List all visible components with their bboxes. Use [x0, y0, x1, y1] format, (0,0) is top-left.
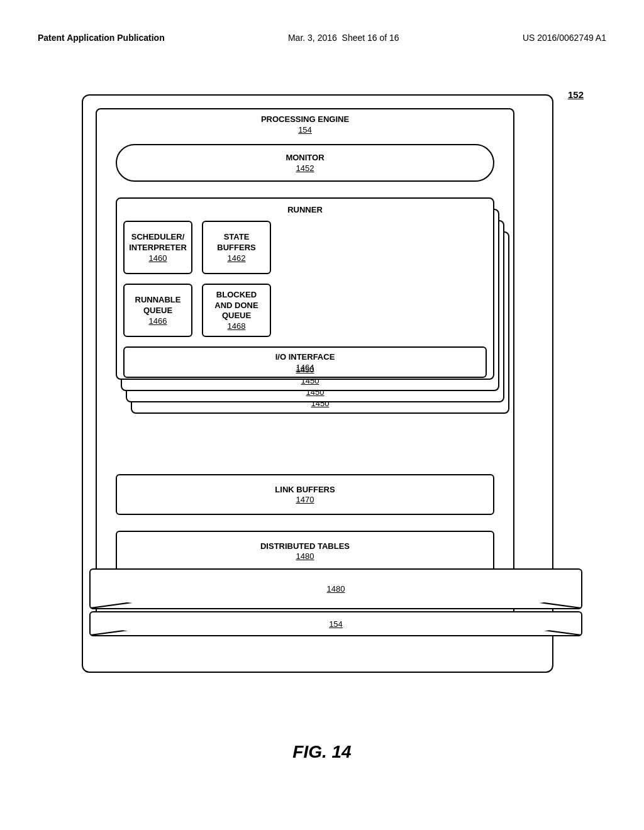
- outer-152-box: 152 PROCESSING ENGINE 154 MONITOR 1452: [82, 94, 553, 673]
- processing-engine-text: PROCESSING ENGINE: [97, 114, 513, 125]
- runner-stack: 1450 1450 1450: [116, 197, 494, 455]
- dist-tables-box-2: 1480: [89, 568, 582, 609]
- runnable-queue-label: RUNNABLEQUEUE: [135, 295, 181, 316]
- dist-tables-ref: 1480: [296, 551, 314, 561]
- diagram: 152 PROCESSING ENGINE 154 MONITOR 1452: [75, 94, 553, 698]
- bottom-154-box: 154: [89, 611, 582, 636]
- dist-tables-2-ref: 1480: [327, 584, 345, 594]
- scheduler-label: SCHEDULER/INTERPRETER: [129, 232, 187, 253]
- processing-engine-label: PROCESSING ENGINE 154: [97, 114, 513, 135]
- blocked-done-ref: 1468: [228, 321, 246, 331]
- runnable-queue-box: RUNNABLEQUEUE 1466: [123, 284, 192, 337]
- header: Patent Application Publication Mar. 3, 2…: [38, 33, 606, 43]
- state-buffers-ref: 1462: [228, 253, 246, 263]
- header-left: Patent Application Publication: [38, 33, 165, 43]
- state-buffers-box: STATEBUFFERS 1462: [202, 221, 271, 274]
- processing-engine-ref: 154: [97, 125, 513, 135]
- ref-152-label: 152: [568, 89, 584, 100]
- monitor-box: MONITOR 1452: [116, 144, 494, 182]
- dist-tables-box: DISTRIBUTED TABLES 1480: [116, 531, 494, 572]
- bottom-154-ref: 154: [329, 619, 343, 629]
- scheduler-box: SCHEDULER/INTERPRETER 1460: [123, 221, 192, 274]
- runner-inner-boxes: SCHEDULER/INTERPRETER 1460 STATEBUFFERS …: [123, 221, 487, 372]
- io-interface-label: I/O INTERFACE: [275, 352, 335, 363]
- link-buffers-box: LINK BUFFERS 1470: [116, 474, 494, 515]
- link-buffers-label: LINK BUFFERS: [275, 485, 335, 495]
- runner-instance-1: RUNNER SCHEDULER/INTERPRETER 1460 STAT: [116, 197, 494, 380]
- monitor-ref: 1452: [296, 163, 314, 173]
- runnable-queue-ref: 1466: [149, 316, 167, 326]
- monitor-label: MONITOR: [286, 153, 324, 163]
- page: Patent Application Publication Mar. 3, 2…: [0, 0, 644, 830]
- link-buffers-ref: 1470: [296, 495, 314, 504]
- state-buffers-label: STATEBUFFERS: [217, 232, 255, 253]
- header-date: Mar. 3, 2016 Sheet 16 of 16: [288, 33, 399, 43]
- runner-1-ref: 1450: [117, 363, 493, 375]
- blocked-done-box: BLOCKEDAND DONEQUEUE 1468: [202, 284, 271, 337]
- processing-engine-box: PROCESSING ENGINE 154 MONITOR 1452 1450: [96, 108, 514, 634]
- fig-label: FIG. 14: [292, 742, 351, 762]
- blocked-done-label: BLOCKEDAND DONEQUEUE: [214, 290, 258, 322]
- header-right: US 2016/0062749 A1: [523, 33, 606, 43]
- dist-tables-label: DISTRIBUTED TABLES: [260, 541, 350, 552]
- scheduler-ref: 1460: [149, 253, 167, 263]
- runner-label: RUNNER: [117, 204, 493, 216]
